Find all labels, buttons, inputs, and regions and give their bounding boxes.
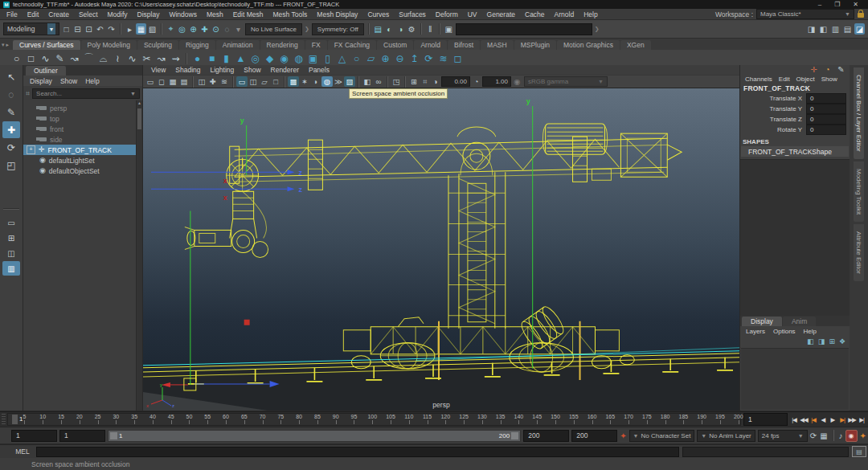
menu-curves[interactable]: Curves	[362, 10, 394, 18]
insert-knot-icon[interactable]: ↝	[154, 51, 168, 65]
current-time-field[interactable]: 1	[743, 413, 788, 426]
ep-curve-tool-icon[interactable]: ∿	[39, 51, 52, 65]
camera-attributes-icon[interactable]: ▦	[167, 76, 178, 87]
shelf-tab-xgen[interactable]: XGen	[620, 40, 651, 50]
shelf-mini-0[interactable]: ▾	[2, 42, 5, 48]
channel-box-object-name[interactable]: FRONT_OF_TRACK	[740, 84, 850, 93]
undo-icon[interactable]: ↶	[95, 23, 105, 35]
outliner-menu-help[interactable]: Help	[81, 77, 103, 85]
menu-edit[interactable]: Edit	[23, 10, 44, 18]
character-set-dropdown[interactable]: ▼ No Character Set	[629, 430, 695, 442]
menu-create[interactable]: Create	[43, 10, 74, 18]
toggle-outliner-icon[interactable]: ▤	[842, 23, 853, 35]
nurbs-cube-icon[interactable]: ▣	[306, 51, 320, 65]
viewport-canvas[interactable]: Screen space ambient occlusion	[143, 88, 739, 411]
smooth-shade-icon[interactable]: ◫	[248, 76, 259, 87]
animation-start-field[interactable]: 1	[11, 430, 57, 442]
use-all-lights-icon[interactable]: ✶	[299, 76, 310, 87]
isolate-select-icon[interactable]: ◳	[391, 76, 402, 87]
create-empty-layer-icon[interactable]: ⊞	[829, 337, 835, 345]
construction-history-icon[interactable]: ▤	[373, 23, 383, 35]
time-ruler[interactable]: 1 51015202530354045505560657075808590951…	[7, 413, 741, 426]
move-layer-up-icon[interactable]: ◧	[807, 337, 814, 345]
select-camera-icon[interactable]: ▭	[145, 76, 156, 87]
minimize-button[interactable]: –	[818, 1, 821, 8]
maximize-button[interactable]: ❐	[834, 1, 840, 8]
detach-curves-icon[interactable]: ✂	[140, 51, 154, 65]
loft-icon[interactable]: ≋	[436, 51, 450, 65]
close-button[interactable]: ✕	[853, 1, 858, 8]
move-layer-down-icon[interactable]: ◨	[818, 337, 825, 345]
viewport-menu-panels[interactable]: Panels	[304, 66, 334, 74]
motion-blur-icon[interactable]: ≫	[333, 76, 344, 87]
side-tab-modeling-toolkit[interactable]: Modeling Toolkit	[854, 161, 864, 222]
viewport-menu-show[interactable]: Show	[239, 66, 265, 74]
shelf-tab-mash[interactable]: MASH	[481, 40, 514, 50]
playback-end-field[interactable]: 200	[523, 430, 569, 442]
menu-file[interactable]: File	[2, 10, 23, 18]
toggle-attribute-editor-icon[interactable]: ◧	[818, 23, 829, 35]
flat-shade-icon[interactable]: ▱	[259, 76, 270, 87]
snap-to-point-icon[interactable]: ⊕	[188, 23, 199, 35]
bezier-curve-tool-icon[interactable]: ↝	[68, 51, 81, 65]
loop-mode-icon[interactable]: ⟳	[810, 431, 817, 440]
menu-arnold[interactable]: Arnold	[550, 10, 579, 18]
menu-deform[interactable]: Deform	[431, 10, 463, 18]
command-language-label[interactable]: MEL	[12, 448, 33, 456]
layout-four-pane[interactable]: ⊞	[2, 231, 20, 245]
nurbs-sphere-icon[interactable]: ◍	[292, 51, 305, 65]
range-start-handle[interactable]	[110, 432, 117, 439]
layer-menu-help[interactable]: Help	[800, 328, 821, 335]
lock-icon[interactable]	[858, 13, 864, 18]
snap-to-grid-icon[interactable]: ⌖	[166, 23, 176, 35]
shelf-tab-fx[interactable]: FX	[305, 40, 327, 50]
polygon-disc-icon[interactable]: ◉	[277, 51, 291, 65]
step-back-key-button[interactable]: |◀	[809, 416, 817, 423]
layer-editor-tab-display[interactable]: Display	[742, 317, 782, 326]
polygon-cube-icon[interactable]: ■	[205, 51, 219, 65]
film-gate-icon[interactable]: ⌗	[420, 76, 431, 87]
extend-curve-icon[interactable]: ⇝	[169, 51, 182, 65]
shelf-tab-motion-graphics[interactable]: Motion Graphics	[557, 40, 620, 50]
outliner-item-persp[interactable]: persp	[23, 103, 142, 113]
open-scene-icon[interactable]: ⊟	[72, 23, 83, 35]
shadows-icon[interactable]: ◗	[310, 76, 321, 87]
step-forward-frame-button[interactable]: ▶▶	[848, 416, 856, 423]
curve-editing-icon[interactable]: ≀	[111, 51, 125, 65]
2d-pan-zoom-icon[interactable]: ✚	[207, 76, 219, 87]
toggle-tool-settings-icon[interactable]: ▥	[830, 23, 841, 35]
shelf-tab-msplugin[interactable]: MSPlugin	[514, 40, 556, 50]
revolve-icon[interactable]: ⟳	[422, 51, 436, 65]
rotate-tool[interactable]: ⟳	[2, 139, 20, 156]
bookmarks-icon[interactable]: ▤	[178, 76, 190, 87]
outliner-item-front_of_track[interactable]: +✛FRONT_OF_TRACK	[23, 145, 142, 155]
channel-box-menu-channels[interactable]: Channels	[742, 76, 776, 83]
channel-box-menu-edit[interactable]: Edit	[776, 76, 793, 83]
menu-uv[interactable]: UV	[463, 10, 482, 18]
live-surface-arrow-icon[interactable]: ▾	[233, 23, 244, 35]
outliner-item-top[interactable]: top	[23, 113, 142, 124]
animation-end-field[interactable]: 200	[571, 430, 617, 442]
workspace-dropdown[interactable]: Maya Classic* ▼	[756, 9, 854, 19]
snap-to-curve-icon[interactable]: ◎	[177, 23, 187, 35]
menu-select[interactable]: Select	[74, 10, 103, 18]
layer-menu-options[interactable]: Options	[769, 328, 800, 335]
menu-mesh[interactable]: Mesh	[202, 10, 228, 18]
drag-grip[interactable]	[2, 414, 6, 425]
menu-display[interactable]: Display	[133, 10, 165, 18]
step-back-frame-button[interactable]: ◀◀	[800, 416, 808, 423]
select-by-hierarchy-icon[interactable]: ▸	[125, 23, 135, 35]
create-layer-from-selected-icon[interactable]: ❖	[839, 337, 845, 345]
nurbs-torus-icon[interactable]: ○	[350, 51, 363, 65]
go-to-end-button[interactable]: ▶|	[858, 416, 866, 423]
viewport-menu-view[interactable]: View	[146, 66, 170, 74]
anti-aliasing-icon[interactable]: ▨	[344, 76, 355, 87]
nurbs-plane-icon[interactable]: ▱	[364, 51, 378, 65]
side-tab-channel-box-layer-editor[interactable]: Channel Box / Layer Editor	[854, 67, 864, 159]
play-backwards-button[interactable]: ◀	[819, 416, 827, 423]
outliner-scrollbar[interactable]: ▲	[136, 100, 142, 411]
menu-mesh-display[interactable]: Mesh Display	[312, 10, 362, 18]
menu-modify[interactable]: Modify	[103, 10, 133, 18]
nurbs-circle-icon[interactable]: ○	[10, 51, 23, 65]
layout-two-pane[interactable]: ◫	[2, 246, 20, 260]
